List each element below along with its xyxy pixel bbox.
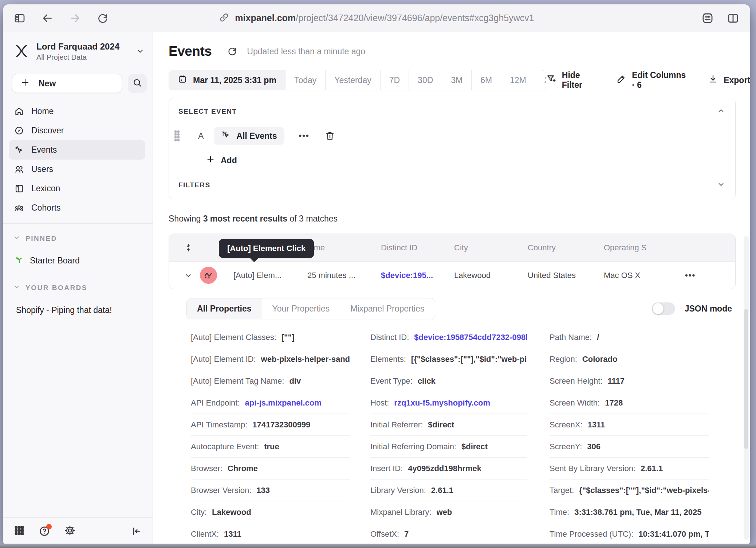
scrollbar-thumb[interactable] bbox=[744, 309, 748, 449]
sidebar-toggle-icon[interactable] bbox=[14, 12, 25, 24]
sidebar-item-starter-board[interactable]: Starter Board bbox=[15, 255, 153, 266]
url-text: mixpanel.com/project/3472420/view/397469… bbox=[235, 13, 534, 23]
collapse-sidebar-icon[interactable] bbox=[131, 526, 142, 537]
sidebar-item-home[interactable]: Home bbox=[9, 102, 145, 121]
property-row: Insert ID: 4y095zdd198hrmek bbox=[370, 458, 527, 480]
help-button[interactable] bbox=[39, 525, 50, 537]
row-more-options-button[interactable]: ••• bbox=[685, 271, 696, 280]
range-6m[interactable]: 6M bbox=[471, 70, 501, 90]
your-boards-label: YOUR BOARDS bbox=[25, 284, 87, 292]
back-icon[interactable] bbox=[42, 12, 53, 24]
property-value: div bbox=[289, 376, 301, 386]
sidebar-item-events[interactable]: Events bbox=[9, 140, 145, 160]
chevron-down-icon bbox=[13, 283, 20, 292]
chevron-down-icon bbox=[136, 47, 145, 57]
sidebar-divider bbox=[3, 223, 153, 224]
export-button[interactable]: Export bbox=[708, 74, 750, 86]
notification-badge bbox=[46, 524, 52, 529]
property-value: $direct bbox=[428, 420, 454, 430]
trash-icon[interactable] bbox=[325, 131, 335, 141]
cell-event-name: [Auto] Elem... bbox=[233, 271, 307, 280]
search-icon bbox=[133, 78, 142, 89]
refresh-icon[interactable] bbox=[227, 46, 237, 57]
table-row[interactable]: [Auto] Elem... 25 minutes ... $device:19… bbox=[169, 261, 735, 289]
property-row: [Auto] Element ID: web-pixels-helper-san… bbox=[191, 348, 350, 370]
settings-gear-icon[interactable] bbox=[64, 525, 76, 538]
sidebar-item-discover[interactable]: Discover bbox=[9, 121, 145, 140]
mixpanel-logo-icon bbox=[14, 43, 29, 60]
filters-section-header[interactable]: FILTERS bbox=[169, 171, 735, 199]
cell-distinct-id-link[interactable]: $device:195... bbox=[381, 271, 454, 280]
chevron-down-icon bbox=[13, 234, 20, 243]
property-row: Host: rzq1xu-f5.myshopify.com bbox=[370, 392, 527, 414]
page-settings-icon[interactable] bbox=[701, 12, 714, 24]
range-3m[interactable]: 3M bbox=[442, 70, 471, 90]
range-today[interactable]: Today bbox=[285, 70, 325, 90]
property-label: ScreenY: bbox=[550, 442, 582, 451]
pinned-section-header[interactable]: PINNED bbox=[13, 234, 153, 243]
tab-mixpanel-properties[interactable]: Mixpanel Properties bbox=[340, 298, 434, 319]
event-chip-all-events[interactable]: All Events bbox=[214, 127, 284, 145]
apps-grid-icon[interactable] bbox=[14, 525, 25, 537]
column-header-time[interactable]: Time bbox=[307, 243, 381, 253]
json-mode-toggle[interactable] bbox=[652, 302, 675, 315]
sidebar-item-users[interactable]: Users bbox=[9, 160, 145, 179]
your-boards-section-header[interactable]: YOUR BOARDS bbox=[13, 283, 153, 292]
column-header-os[interactable]: Operating S bbox=[604, 243, 685, 253]
column-header-country[interactable]: Country bbox=[528, 243, 604, 253]
property-label: ScreenX: bbox=[550, 420, 583, 430]
properties-column-2: Distinct ID: $device:1958754cdd7232-098b… bbox=[370, 326, 527, 544]
date-picker-button[interactable]: Mar 11, 2025 3:31 pm bbox=[169, 70, 285, 90]
property-row: Time Processed (UTC): 10:31:41.070 pm, T… bbox=[550, 523, 709, 544]
edit-columns-button[interactable]: Edit Columns · 6 bbox=[616, 70, 687, 90]
events-table: [Auto] Element Click Time Distinct ID Ci… bbox=[169, 234, 736, 289]
collapse-rows-icon[interactable] bbox=[180, 243, 197, 253]
column-header-city[interactable]: City bbox=[454, 243, 528, 253]
json-mode-label: JSON mode bbox=[685, 304, 732, 314]
column-header-distinct-id[interactable]: Distinct ID bbox=[381, 243, 454, 253]
sidebar-item-shopify-board[interactable]: Shopify - Piping that data! bbox=[16, 305, 153, 315]
row-expand-chevron-icon[interactable] bbox=[180, 271, 197, 279]
property-row: Region: Colorado bbox=[550, 348, 709, 370]
property-value-link[interactable]: rzq1xu-f5.myshopify.com bbox=[394, 398, 490, 408]
split-view-icon[interactable] bbox=[727, 12, 739, 24]
hide-filter-button[interactable]: Hide Filter bbox=[546, 70, 595, 90]
range-7d[interactable]: 7D bbox=[380, 70, 409, 90]
filter-plus-icon bbox=[546, 74, 556, 86]
property-label: [Auto] Element Tag Name: bbox=[191, 376, 284, 386]
search-button[interactable] bbox=[128, 74, 147, 93]
range-xtd[interactable]: XTD bbox=[535, 70, 546, 90]
tab-all-properties[interactable]: All Properties bbox=[187, 298, 262, 319]
range-30d[interactable]: 30D bbox=[409, 70, 442, 90]
property-row: Mixpanel Library: web bbox=[370, 501, 527, 523]
url-bar[interactable]: mixpanel.com/project/3472420/view/397469… bbox=[219, 12, 534, 24]
sidebar-item-lexicon[interactable]: Lexicon bbox=[9, 179, 145, 198]
new-button[interactable]: New bbox=[12, 74, 122, 93]
property-value-link[interactable]: api-js.mixpanel.com bbox=[245, 398, 322, 408]
property-value: 1311 bbox=[588, 420, 605, 430]
updated-status: Updated less than a minute ago bbox=[247, 47, 365, 56]
drag-handle-icon[interactable] bbox=[173, 130, 181, 142]
cell-city: Lakewood bbox=[454, 271, 528, 280]
chevron-up-icon[interactable] bbox=[717, 107, 725, 117]
property-label: City: bbox=[191, 508, 207, 517]
properties-column-3: Path Name: / Region: Colorado Screen Hei… bbox=[550, 326, 709, 544]
sidebar-item-cohorts[interactable]: Cohorts bbox=[9, 198, 145, 218]
project-switcher[interactable]: Lord Farquaad 2024 All Project Data bbox=[14, 42, 145, 62]
export-label: Export bbox=[724, 75, 750, 85]
add-event-button[interactable]: Add bbox=[206, 154, 735, 167]
more-options-button[interactable]: ••• bbox=[299, 131, 310, 141]
tab-your-properties[interactable]: Your Properties bbox=[262, 298, 340, 319]
property-value: Lakewood bbox=[212, 508, 251, 517]
property-value: [{"$classes":[""],"$id":"web-pixels-... bbox=[411, 355, 527, 364]
sidebar-item-label: Lexicon bbox=[31, 184, 60, 193]
property-row: ClientX: 1311 bbox=[191, 523, 350, 544]
chevron-down-icon bbox=[717, 180, 725, 190]
property-row: City: Lakewood bbox=[191, 501, 350, 523]
property-row: Autocapture Event: true bbox=[191, 436, 350, 458]
range-12m[interactable]: 12M bbox=[501, 70, 535, 90]
property-value-link[interactable]: $device:1958754cdd7232-098b89... bbox=[414, 333, 527, 342]
sidebar: Lord Farquaad 2024 All Project Data New bbox=[3, 32, 153, 544]
range-yesterday[interactable]: Yesterday bbox=[325, 70, 380, 90]
reload-icon[interactable] bbox=[97, 12, 109, 24]
